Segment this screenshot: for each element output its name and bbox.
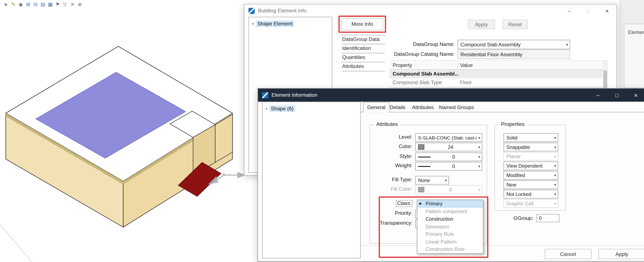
line-style-preview [418,157,430,157]
cancel-button[interactable]: Cancel [545,249,592,259]
snap-icon[interactable]: ◉ [17,1,24,8]
color-select[interactable]: 24 ▾ [415,143,482,151]
ei-apply-button[interactable]: Apply [598,249,644,259]
chevron-down-icon: ▾ [554,145,556,149]
class-option-dimension[interactable]: Dimension [417,223,483,230]
minimize-icon[interactable]: – [560,4,579,17]
tree-bullet-icon: ● [252,23,254,25]
main-toolbar: ➤ ✎ ◉ ⊞ ⊟ ▤ ▦ ⚑ ▽ ✕ ⊕ [2,0,83,8]
class-dropdown-list: ▶ Primary Pattern component Construction… [417,200,483,254]
place-smartline-icon[interactable]: ✎ [10,1,17,8]
chevron-down-icon: ▾ [478,136,480,140]
color-label: Color: [371,143,412,149]
partial-window-title: Element Int [628,29,644,35]
not-locked-select[interactable]: Not Locked▾ [504,190,558,199]
fill-type-label: Fill Type: [371,177,412,182]
graphic-cell-select: Graphic Cell▾ [504,199,558,208]
fill-color-swatch [418,187,424,192]
bei-title: Building Element Info [258,8,306,13]
class-label: Class: [396,200,412,207]
app-icon [262,92,268,98]
ggroup-input[interactable] [536,214,560,222]
chevron-down-icon: ▾ [478,188,480,192]
chevron-down-icon: ▾ [478,145,480,149]
class-option-construction-rule[interactable]: Construction Rule [417,246,483,253]
line-weight-preview [418,166,430,167]
weight-select[interactable]: 0 ▾ [415,162,482,171]
maximize-icon[interactable]: □ [579,4,598,17]
fill-color-select: 0 ▾ [415,185,482,194]
bei-tree-item-shape-element[interactable]: ● Shape Element [252,20,294,27]
tab-attributes[interactable]: Attributes [408,103,438,112]
bei-apply-button[interactable]: Apply [468,20,495,29]
ei-titlebar[interactable]: Element Information – □ × [258,88,644,102]
ggroup-label: GGroup: [504,215,533,221]
element-selection-icon[interactable]: ➤ [2,1,10,8]
bei-reset-button[interactable]: Reset [502,20,528,29]
fence-from-shape-icon[interactable]: ▤ [40,1,46,8]
flag-icon[interactable]: ⚑ [54,1,61,8]
transparency-label: Transparency: [363,220,412,226]
more-info-button[interactable]: More Info [342,18,384,30]
level-label: Level: [371,134,412,140]
delete-fence-icon[interactable]: ✕ [69,1,76,8]
style-label: Style: [371,153,412,159]
bei-tab-datagroup-data[interactable]: DataGroup Data [342,35,385,44]
col-value: Value [460,62,473,68]
chevron-down-icon: ▾ [478,164,480,168]
application-window: ➤ ✎ ◉ ⊞ ⊟ ▤ ▦ ⚑ ▽ ✕ ⊕ [0,0,644,262]
filter-icon[interactable]: ▽ [62,1,68,8]
level-select[interactable]: S-SLAB-CONC (Slab: cast-i▾ [415,133,482,142]
fence-from-view-icon[interactable]: ⊞ [24,1,32,8]
ei-tab-underline [360,112,644,112]
datagroup-catalog-field: Residential Floor Assembly [458,50,570,59]
bei-tab-attributes[interactable]: Attributes [342,62,385,71]
chevron-down-icon: ▾ [554,164,556,168]
snappable-select[interactable]: Snappable▾ [504,143,558,151]
class-option-pattern-component[interactable]: Pattern component [417,208,483,215]
datagroup-name-select[interactable]: Compound Slab Assembly▾ [458,40,570,49]
app-icon [248,7,254,14]
chevron-down-icon: ▾ [478,155,480,159]
bei-titlebar[interactable]: Building Element Info – □ × [244,4,616,17]
manipulate-icon[interactable]: ⊕ [76,1,83,8]
planar-select: Planar▾ [504,152,558,161]
style-select[interactable]: 0 ▾ [415,153,482,161]
chevron-down-icon: ▾ [554,192,556,196]
class-option-construction[interactable]: Construction [417,215,483,223]
background-window-strip: Element Int [620,0,644,88]
col-divider [458,61,458,69]
class-option-linear-pattern[interactable]: Linear Pattern [417,238,483,246]
table-header: Property Value [389,61,602,70]
3d-viewport[interactable] [0,0,263,262]
selected-arrow-icon: ▶ [419,200,422,208]
class-option-primary-rule[interactable]: Primary Rule [417,230,483,238]
chevron-down-icon: ▾ [554,154,556,159]
footer-divider [360,245,644,246]
fill-type-select[interactable]: None▾ [415,176,449,185]
close-icon[interactable]: × [626,88,644,102]
chevron-down-icon: ▾ [554,136,556,140]
minimize-icon[interactable]: – [588,88,608,102]
ei-tree-item-label: Shape (6) [269,105,295,112]
class-option-primary[interactable]: ▶ Primary [417,200,483,208]
tab-named-groups[interactable]: Named Groups [435,103,478,112]
table-row[interactable]: Compound Slab Type Floor [389,78,602,87]
attributes-group-title: Attributes [374,121,400,127]
partial-window: Element Int [624,24,644,88]
ei-title: Element Information [272,92,318,98]
tab-general[interactable]: General [363,102,390,112]
table-row[interactable]: Compound Slab Assembl... [389,70,602,78]
modified-select[interactable]: Modified▾ [504,171,558,180]
element-information-dialog: Element Information – □ × ● Shape (6) Ge… [258,88,644,262]
fence-from-block-icon[interactable]: ⊟ [32,1,39,8]
view-dependent-select[interactable]: View Dependent▾ [504,162,558,170]
drop-fence-icon[interactable]: ▦ [47,1,54,8]
new-select[interactable]: New▾ [504,180,558,189]
weight-label: Weight: [371,163,412,168]
maximize-icon[interactable]: □ [608,88,626,102]
chevron-down-icon: ▾ [445,178,447,182]
ei-tree-item-shape[interactable]: ● Shape (6) [266,105,295,112]
solid-select[interactable]: Solid▾ [504,133,558,142]
close-icon[interactable]: × [598,4,616,17]
